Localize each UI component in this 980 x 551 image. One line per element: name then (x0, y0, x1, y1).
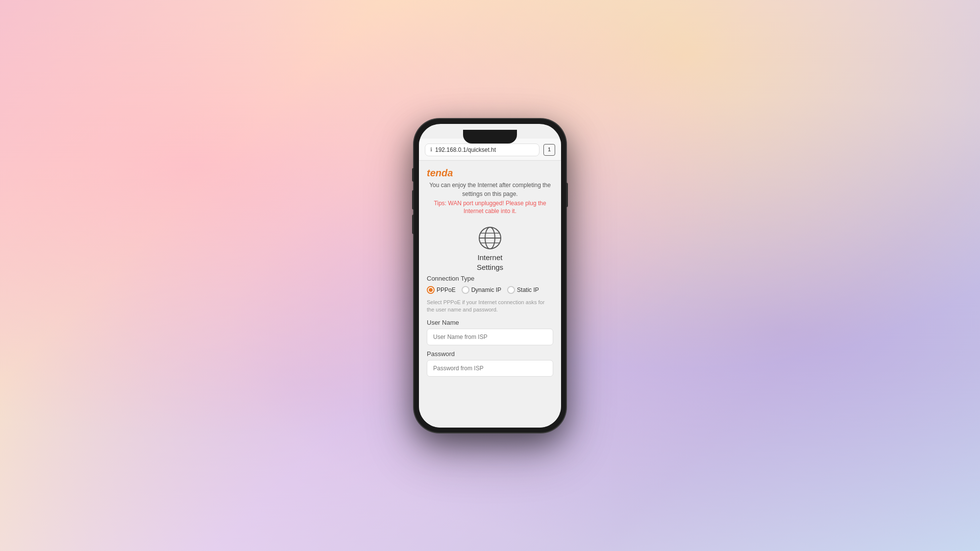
page-header: tenda You can enjoy the Internet after c… (419, 161, 561, 221)
connection-type-section: Connection Type PPPoE Dynamic IP (419, 275, 561, 382)
password-label: Password (427, 350, 553, 358)
radio-dynamic-ip-label: Dynamic IP (471, 287, 501, 293)
intro-text: You can enjoy the Internet after complet… (427, 181, 553, 198)
radio-pppoe-label: PPPoE (437, 287, 456, 293)
username-input[interactable] (427, 329, 553, 345)
url-text: 192.168.0.1/quickset.ht (435, 146, 534, 153)
phone-device: ℹ 192.168.0.1/quickset.ht 1 tenda You ca… (414, 119, 566, 432)
radio-static-ip[interactable]: Static IP (507, 286, 539, 294)
phone-body: ℹ 192.168.0.1/quickset.ht 1 tenda You ca… (414, 119, 566, 432)
radio-pppoe-circle (427, 286, 435, 294)
radio-group: PPPoE Dynamic IP Static IP (427, 286, 553, 294)
power-button (566, 183, 568, 207)
mute-button (412, 168, 414, 182)
radio-static-ip-label: Static IP (517, 287, 539, 293)
volume-down-button (412, 215, 414, 234)
radio-pppoe[interactable]: PPPoE (427, 286, 456, 294)
password-input[interactable] (427, 360, 553, 377)
radio-static-ip-circle (507, 286, 515, 294)
radio-dynamic-ip-circle (462, 286, 469, 294)
volume-up-button (412, 190, 414, 210)
globe-icon (477, 225, 503, 251)
brand-logo: tenda (427, 168, 553, 179)
info-icon: ℹ (430, 146, 432, 153)
connection-type-label: Connection Type (427, 275, 553, 282)
username-label: User Name (427, 319, 553, 326)
warning-text: Tips: WAN port unplugged! Please plug th… (427, 199, 553, 216)
radio-dynamic-ip[interactable]: Dynamic IP (462, 286, 501, 294)
phone-screen: ℹ 192.168.0.1/quickset.ht 1 tenda You ca… (419, 124, 561, 428)
tab-count-button[interactable]: 1 (543, 144, 555, 156)
address-bar[interactable]: ℹ 192.168.0.1/quickset.ht (425, 144, 539, 156)
internet-settings-section: Internet Settings (419, 220, 561, 275)
section-title: Internet Settings (477, 253, 503, 272)
phone-notch (463, 130, 517, 144)
pppoe-helper-text: Select PPPoE if your Internet connection… (427, 299, 553, 314)
page-content: tenda You can enjoy the Internet after c… (419, 161, 561, 428)
